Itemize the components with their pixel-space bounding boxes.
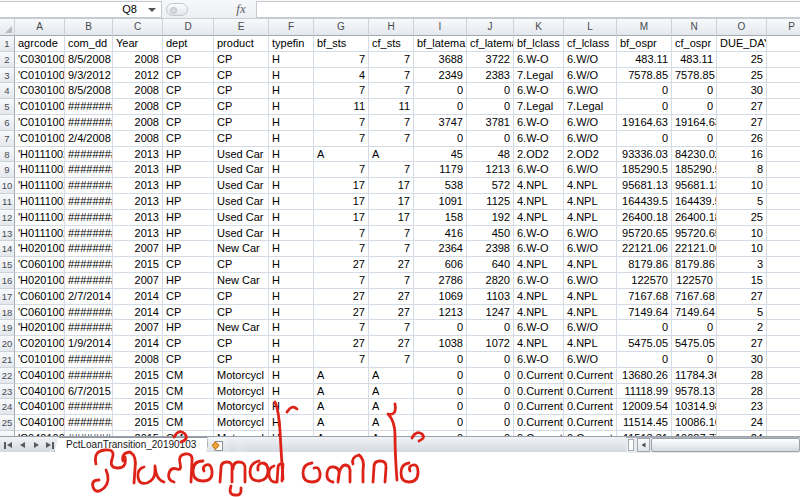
cell[interactable]: CP [214, 115, 269, 131]
column-header-l[interactable]: L [564, 19, 617, 36]
cell[interactable]: 8 [717, 162, 767, 178]
cell[interactable]: A [314, 415, 369, 431]
cell[interactable]: 6.W-O [514, 52, 564, 68]
cell[interactable] [767, 194, 800, 210]
cell[interactable]: 6/7/2015 [65, 384, 113, 400]
cell[interactable]: CP [214, 68, 269, 84]
cell[interactable] [767, 273, 800, 289]
cell[interactable]: 122570 [617, 273, 672, 289]
cell[interactable]: 15 [717, 273, 767, 289]
cell[interactable]: 4.NPL [514, 257, 564, 273]
cell[interactable]: CM [163, 399, 214, 415]
cell[interactable]: 0.Current [514, 415, 564, 431]
cell[interactable]: 2008 [113, 352, 163, 368]
cell[interactable]: HP [163, 210, 214, 226]
cell[interactable]: 7167.68 [617, 289, 672, 305]
cell[interactable]: 0 [617, 99, 672, 115]
cell[interactable]: A [369, 368, 414, 384]
cell[interactable]: 0 [414, 384, 467, 400]
cell[interactable]: 6.W/O [564, 115, 617, 131]
cell[interactable]: 4.NPL [564, 257, 617, 273]
name-box-resize-handle[interactable] [166, 3, 188, 16]
cell[interactable]: 1125 [467, 194, 514, 210]
cell[interactable]: H [269, 68, 314, 84]
cell[interactable]: 6.W/O [564, 68, 617, 84]
cell[interactable]: 164439.5 [672, 194, 717, 210]
cell[interactable]: CP [163, 289, 214, 305]
cell[interactable]: 'C0101002 [15, 352, 65, 368]
cell[interactable]: 2008 [113, 99, 163, 115]
cell[interactable] [767, 352, 800, 368]
column-header-o[interactable]: O [717, 19, 767, 36]
cell[interactable]: CM [163, 368, 214, 384]
cell[interactable]: 6.W/O [564, 131, 617, 147]
cell[interactable]: 84230.02 [672, 147, 717, 163]
cell[interactable]: 164439.5 [617, 194, 672, 210]
cell[interactable]: Motorcycl [214, 384, 269, 400]
cell[interactable]: cf_ospr [672, 36, 717, 52]
cell[interactable]: 2383 [467, 68, 514, 84]
cell[interactable]: 27 [314, 257, 369, 273]
cell[interactable]: 'H0111002 [15, 162, 65, 178]
cell[interactable]: 17 [369, 178, 414, 194]
cell[interactable]: agrcode [15, 36, 65, 52]
cell[interactable]: H [269, 273, 314, 289]
cell[interactable]: 95720.65 [672, 226, 717, 242]
cell[interactable]: 0 [672, 352, 717, 368]
cell[interactable]: 0 [467, 83, 514, 99]
cell[interactable]: 11 [369, 99, 414, 115]
cell[interactable]: Motorcycl [214, 415, 269, 431]
cell[interactable]: bf_ospr [617, 36, 672, 52]
cell[interactable]: 5475.05 [617, 336, 672, 352]
previous-sheet-button[interactable] [16, 439, 28, 451]
cell[interactable]: 'C0101001 [15, 131, 65, 147]
cell[interactable]: H [269, 178, 314, 194]
row-header-20[interactable]: 20 [0, 336, 15, 352]
cell[interactable]: 0 [414, 415, 467, 431]
cell[interactable]: 7149.64 [672, 305, 717, 321]
row-header-25[interactable]: 25 [0, 415, 15, 431]
cell[interactable]: CP [214, 336, 269, 352]
cell[interactable]: 27 [314, 289, 369, 305]
cell[interactable]: 'H0201000 [15, 241, 65, 257]
cell[interactable]: New Car [214, 241, 269, 257]
cell[interactable]: 'C0301001 [15, 83, 65, 99]
row-header-17[interactable]: 17 [0, 289, 15, 305]
cell[interactable]: 7 [314, 352, 369, 368]
cell[interactable]: 2013 [113, 147, 163, 163]
cell[interactable] [767, 115, 800, 131]
cell[interactable] [767, 257, 800, 273]
cell[interactable]: 6.W/O [564, 320, 617, 336]
cell[interactable]: ######## [65, 399, 113, 415]
row-header-5[interactable]: 5 [0, 99, 15, 115]
cell[interactable]: 2349 [414, 68, 467, 84]
cell[interactable]: 158 [414, 210, 467, 226]
cell[interactable]: 17 [369, 210, 414, 226]
cell[interactable]: 'C0401009 [15, 384, 65, 400]
cell[interactable]: 17 [369, 194, 414, 210]
cell[interactable]: 4.NPL [514, 336, 564, 352]
cell[interactable]: 1247 [467, 305, 514, 321]
cell[interactable]: bf_lclass [514, 36, 564, 52]
cell[interactable]: 3747 [414, 115, 467, 131]
cell[interactable]: 3781 [467, 115, 514, 131]
cell[interactable]: 7 [314, 320, 369, 336]
cell[interactable]: 'H0111002 [15, 210, 65, 226]
cell[interactable]: A [314, 147, 369, 163]
cell[interactable]: bf_sts [314, 36, 369, 52]
cell[interactable]: com_dd [65, 36, 113, 52]
row-header-6[interactable]: 6 [0, 115, 15, 131]
tab-split-handle[interactable] [628, 439, 634, 451]
cell[interactable]: 6.W-O [514, 83, 564, 99]
cell[interactable]: 6.W-O [514, 226, 564, 242]
cell[interactable]: 0 [467, 131, 514, 147]
cell[interactable]: 4.NPL [564, 336, 617, 352]
cell[interactable]: 6.W/O [564, 52, 617, 68]
formula-input[interactable] [256, 1, 800, 18]
cell[interactable] [767, 241, 800, 257]
cell[interactable]: 0.Current [564, 368, 617, 384]
cell[interactable]: 48 [467, 147, 514, 163]
cell[interactable]: 2820 [467, 273, 514, 289]
cell[interactable]: 0 [414, 352, 467, 368]
cell[interactable]: 4.NPL [564, 178, 617, 194]
